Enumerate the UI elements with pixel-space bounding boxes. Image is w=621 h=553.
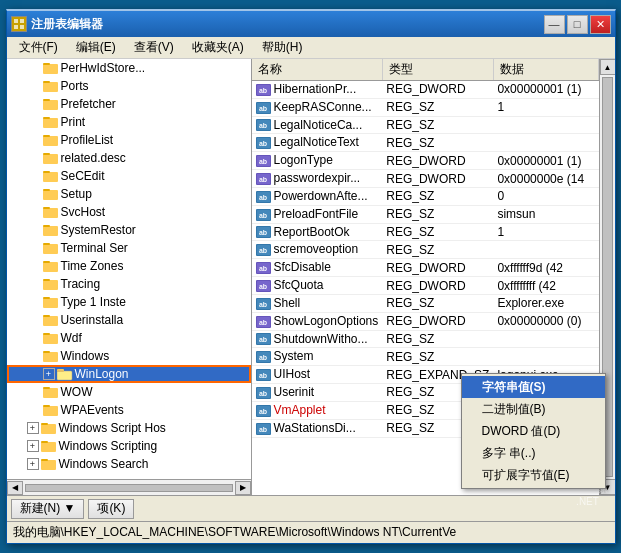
cell-name[interactable]: abWaStationsDi... (252, 419, 383, 437)
table-row[interactable]: abpasswordexpir... REG_DWORD 0x0000000e … (252, 170, 599, 188)
cell-name[interactable]: abVmApplet (252, 401, 383, 419)
folder-icon (43, 205, 59, 219)
tree-item-wow[interactable]: WOW (7, 383, 251, 401)
scroll-right-arrow[interactable]: ▶ (235, 481, 251, 495)
ctx-item-expandable[interactable]: 可扩展字节值(E) (462, 464, 605, 486)
scroll-left-arrow[interactable]: ◀ (7, 481, 23, 495)
cell-name[interactable]: abSfcDisable (252, 259, 383, 277)
tree-item-print[interactable]: Print (7, 113, 251, 131)
tree-label: SeCEdit (61, 169, 105, 183)
cell-name[interactable]: abscremoveoption (252, 241, 383, 259)
cell-name[interactable]: abpasswordexpir... (252, 170, 383, 188)
tree-item-wpaevents[interactable]: WPAEvents (7, 401, 251, 419)
folder-icon (43, 187, 59, 201)
expand-icon[interactable]: + (27, 422, 39, 434)
tree-item-tracing[interactable]: Tracing (7, 275, 251, 293)
tree-item-setup[interactable]: Setup (7, 185, 251, 203)
tree-item-winsearch[interactable]: + Windows Search (7, 455, 251, 473)
tree-item-userinstall[interactable]: Userinstalla (7, 311, 251, 329)
table-row[interactable]: abSfcQuota REG_DWORD 0xffffffff (42 (252, 277, 599, 295)
tree-item-prefetcher[interactable]: Prefetcher (7, 95, 251, 113)
menu-favorites[interactable]: 收藏夹(A) (184, 37, 252, 58)
scroll-thumb-h[interactable] (25, 484, 233, 492)
table-row[interactable]: abHibernationPr... REG_DWORD 0x00000001 … (252, 81, 599, 99)
cell-name[interactable]: abKeepRASConne... (252, 98, 383, 116)
cell-name[interactable]: abUserinit (252, 384, 383, 402)
tree-item-winlogon[interactable]: + WinLogon (7, 365, 251, 383)
cell-name[interactable]: abLogonType (252, 152, 383, 170)
menu-edit[interactable]: 编辑(E) (68, 37, 124, 58)
menu-bar: 文件(F) 编辑(E) 查看(V) 收藏夹(A) 帮助(H) (7, 37, 615, 59)
tree-item-ports[interactable]: Ports (7, 77, 251, 95)
tree-item-related[interactable]: related.desc (7, 149, 251, 167)
tree-item-profilelist[interactable]: ProfileList (7, 131, 251, 149)
ctx-item-dword[interactable]: DWORD 值(D) (462, 420, 605, 442)
cell-name[interactable]: abShutdownWitho... (252, 330, 383, 348)
close-button[interactable]: ✕ (590, 15, 611, 34)
tree-label: Prefetcher (61, 97, 116, 111)
cell-data: 0xffffffff (42 (493, 277, 598, 295)
minimize-button[interactable]: — (544, 15, 565, 34)
cell-type: REG_DWORD (382, 81, 493, 99)
menu-view[interactable]: 查看(V) (126, 37, 182, 58)
expand-icon[interactable]: + (43, 368, 55, 380)
cell-type: REG_SZ (382, 134, 493, 152)
new-button[interactable]: 新建(N) ▼ (11, 499, 85, 519)
cell-name[interactable]: abUIHost (252, 366, 383, 384)
cell-name[interactable]: abSfcQuota (252, 277, 383, 295)
menu-file[interactable]: 文件(F) (11, 37, 66, 58)
cell-name[interactable]: abHibernationPr... (252, 81, 383, 99)
cell-name[interactable]: abPreloadFontFile (252, 205, 383, 223)
table-row[interactable]: abLegalNoticeCa... REG_SZ (252, 116, 599, 134)
ctx-item-string[interactable]: 字符串值(S) (462, 376, 605, 398)
expand-icon[interactable]: + (27, 458, 39, 470)
table-row[interactable]: abKeepRASConne... REG_SZ 1 (252, 98, 599, 116)
cell-name[interactable]: abSystem (252, 348, 383, 366)
table-row[interactable]: abPowerdownAfte... REG_SZ 0 (252, 187, 599, 205)
cell-name[interactable]: abShowLogonOptions (252, 312, 383, 330)
tree-panel[interactable]: PerHwIdStore... Ports Prefetcher (7, 59, 252, 495)
table-row[interactable]: abLogonType REG_DWORD 0x00000001 (1) (252, 152, 599, 170)
ctx-item-multistring[interactable]: 多字 串(..) (462, 442, 605, 464)
scroll-up-arrow[interactable]: ▲ (600, 59, 615, 75)
xiang-button[interactable]: 项(K) (88, 499, 134, 519)
tree-item-perhwid[interactable]: PerHwIdStore... (7, 59, 251, 77)
folder-icon (43, 133, 59, 147)
xiang-button-label: 项(K) (97, 500, 125, 517)
title-bar: 注册表编辑器 — □ ✕ (7, 11, 615, 37)
cell-name[interactable]: abLegalNoticeCa... (252, 116, 383, 134)
tree-item-type1[interactable]: Type 1 Inste (7, 293, 251, 311)
cell-type: REG_DWORD (382, 277, 493, 295)
svg-rect-27 (43, 243, 50, 245)
table-row[interactable]: abShutdownWitho... REG_SZ (252, 330, 599, 348)
tree-item-wdf[interactable]: Wdf (7, 329, 251, 347)
tree-item-winscripting[interactable]: + Windows Scripting (7, 437, 251, 455)
tree-scrollbar-h[interactable]: ◀ ▶ (7, 479, 251, 495)
tree-item-windows[interactable]: Windows (7, 347, 251, 365)
cell-name[interactable]: abLegalNoticeText (252, 134, 383, 152)
tree-item-winscripthos[interactable]: + Windows Script Hos (7, 419, 251, 437)
table-row[interactable]: abShowLogonOptions REG_DWORD 0x00000000 … (252, 312, 599, 330)
expand-icon[interactable]: + (27, 440, 39, 452)
table-row[interactable]: abSfcDisable REG_DWORD 0xffffff9d (42 (252, 259, 599, 277)
tree-item-timezones[interactable]: Time Zones (7, 257, 251, 275)
table-row[interactable]: abLegalNoticeText REG_SZ (252, 134, 599, 152)
svg-rect-39 (43, 351, 50, 353)
menu-help[interactable]: 帮助(H) (254, 37, 311, 58)
col-name: 名称 (252, 59, 383, 81)
cell-name[interactable]: abShell (252, 294, 383, 312)
ctx-item-binary[interactable]: 二进制值(B) (462, 398, 605, 420)
tree-item-secedit[interactable]: SeCEdit (7, 167, 251, 185)
table-row[interactable]: abscremoveoption REG_SZ (252, 241, 599, 259)
cell-data (493, 330, 598, 348)
tree-item-systemrestor[interactable]: SystemRestor (7, 221, 251, 239)
cell-name[interactable]: abPowerdownAfte... (252, 187, 383, 205)
table-row[interactable]: abSystem REG_SZ (252, 348, 599, 366)
tree-item-svchost[interactable]: SvcHost (7, 203, 251, 221)
maximize-button[interactable]: □ (567, 15, 588, 34)
tree-item-terminalser[interactable]: Terminal Ser (7, 239, 251, 257)
table-row[interactable]: abReportBootOk REG_SZ 1 (252, 223, 599, 241)
table-row[interactable]: abPreloadFontFile REG_SZ simsun (252, 205, 599, 223)
table-row[interactable]: abShell REG_SZ Explorer.exe (252, 294, 599, 312)
cell-name[interactable]: abReportBootOk (252, 223, 383, 241)
